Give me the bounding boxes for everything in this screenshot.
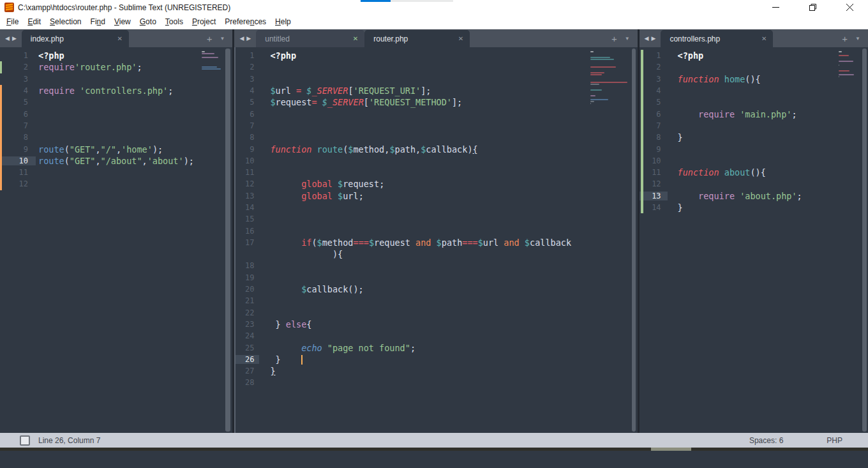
line-number[interactable]: 6 [0,110,36,119]
tab-router-php[interactable]: router.php✕ [364,30,470,47]
line-number[interactable]: 9 [236,145,259,154]
code-line[interactable]: 13 require 'about.php'; [640,190,868,202]
code-line[interactable]: 9route("GET","/",'home'); [0,143,232,155]
menu-edit[interactable]: Edit [23,15,45,28]
code-line[interactable]: 28 [236,377,637,388]
line-number[interactable]: 6 [236,110,259,119]
tab-index-php[interactable]: index.php✕ [22,30,129,47]
line-number[interactable]: 26 [236,355,259,364]
close-button[interactable] [831,0,868,15]
tab-scroll-right-icon[interactable]: ▶ [652,35,656,42]
code-line[interactable]: 23 } else{ [236,319,637,330]
code-line[interactable]: 25 echo "page not found"; [236,342,637,353]
line-number[interactable]: 1 [0,51,36,60]
code-line[interactable]: 4$url = $_SERVER['REQUEST_URI']; [236,85,637,96]
code-line[interactable]: 8 [236,132,637,143]
line-number[interactable]: 14 [640,203,668,212]
line-number[interactable]: 3 [640,75,668,84]
tab-untitled[interactable]: untitled✕ [256,30,364,47]
new-tab-icon[interactable]: + [207,34,213,43]
code-line[interactable]: 26 } [236,354,637,365]
indentation-indicator[interactable]: Spaces: 6 [749,436,783,445]
menu-selection[interactable]: Selection [45,15,86,28]
line-number[interactable]: 3 [236,75,259,84]
line-number[interactable]: 13 [236,192,259,200]
code-line[interactable]: 14} [640,202,868,213]
code-line[interactable]: 2require'router.php'; [0,61,232,73]
code-line[interactable]: 16 [236,225,637,236]
line-number[interactable]: 24 [236,331,259,340]
menu-view[interactable]: View [110,15,135,28]
line-number[interactable]: 25 [236,343,259,352]
line-number[interactable]: 5 [640,98,668,107]
code-line[interactable]: 18 [236,260,637,271]
line-number[interactable]: 2 [640,63,668,72]
code-line[interactable]: 5$request= $_SERVER['REQUEST_METHOD']; [236,96,637,108]
code-line[interactable]: 8 [0,132,232,143]
tab-dirty-close-icon[interactable]: ✕ [353,35,358,42]
line-number[interactable]: 2 [236,63,259,72]
code-surface[interactable]: 1<?php23function home(){456 require 'mai… [640,47,868,433]
code-line[interactable]: 3function home(){ [640,73,868,85]
vertical-scrollbar[interactable] [632,49,636,432]
code-line[interactable]: 1<?php [236,50,637,61]
minimap[interactable] [839,51,860,78]
line-number[interactable]: 12 [640,179,668,188]
tab-close-icon[interactable]: ✕ [117,35,122,42]
minimap[interactable] [590,51,629,107]
code-line[interactable]: 4 [640,85,868,96]
vertical-scrollbar[interactable] [862,49,867,432]
line-number[interactable]: 10 [640,156,668,165]
line-number[interactable]: 23 [236,320,259,329]
minimize-button[interactable] [757,0,794,15]
line-number[interactable]: 4 [236,86,259,95]
menu-find[interactable]: Find [86,15,110,28]
code-line[interactable]: 2 [640,61,868,73]
code-line[interactable]: 8} [640,132,868,143]
code-line[interactable]: 4require 'controllers.php'; [0,85,232,96]
code-line[interactable]: 10route("GET","/about",'about'); [0,155,232,167]
line-number[interactable]: 5 [0,98,36,107]
line-number[interactable]: 6 [640,110,668,119]
panel-toggle-icon[interactable] [20,435,30,446]
line-number[interactable]: 11 [640,168,668,177]
line-number[interactable]: 19 [236,273,259,282]
code-line[interactable]: 2 [236,61,637,73]
line-number[interactable]: 10 [236,156,259,165]
vertical-scrollbar[interactable] [225,49,230,432]
line-number[interactable]: 4 [640,86,668,95]
code-line[interactable]: 19 [236,272,637,283]
line-number[interactable]: 11 [236,168,259,177]
code-line[interactable]: 12 [640,178,868,190]
line-number[interactable]: 10 [0,156,36,165]
code-line[interactable]: 9 [640,143,868,155]
line-number[interactable]: 1 [236,51,259,60]
menu-project[interactable]: Project [188,15,220,28]
code-line[interactable]: 9function route($method,$path,$callback)… [236,143,637,155]
code-line[interactable]: 6 require 'main.php'; [640,108,868,119]
line-number[interactable]: 18 [236,261,259,270]
code-line[interactable]: 7 [0,120,232,132]
line-number[interactable]: 12 [236,179,259,188]
restore-button[interactable] [794,0,831,15]
tab-scroll-right-icon[interactable]: ▶ [246,35,251,42]
tab-overflow-icon[interactable]: ▼ [220,36,225,42]
line-number[interactable]: 2 [0,63,36,72]
code-line[interactable]: 7 [236,120,637,132]
line-number[interactable]: 7 [0,121,36,130]
code-line[interactable]: 3 [236,73,637,85]
code-line[interactable]: 7 [640,120,868,132]
new-tab-icon[interactable]: + [842,34,848,43]
line-number[interactable]: 9 [0,145,36,154]
menu-file[interactable]: File [2,15,23,28]
tab-close-icon[interactable]: ✕ [761,35,767,42]
line-number[interactable]: 16 [236,227,259,236]
code-line[interactable]: 20 $callback(); [236,283,637,295]
line-number[interactable]: 8 [640,133,668,142]
code-line[interactable]: 10 [640,155,868,167]
code-line[interactable]: 12 global $request; [236,178,637,190]
code-line[interactable]: 21 [236,295,637,306]
code-line[interactable]: 24 [236,330,637,342]
code-line[interactable]: 10 [236,155,637,167]
line-number[interactable]: 9 [640,145,668,154]
